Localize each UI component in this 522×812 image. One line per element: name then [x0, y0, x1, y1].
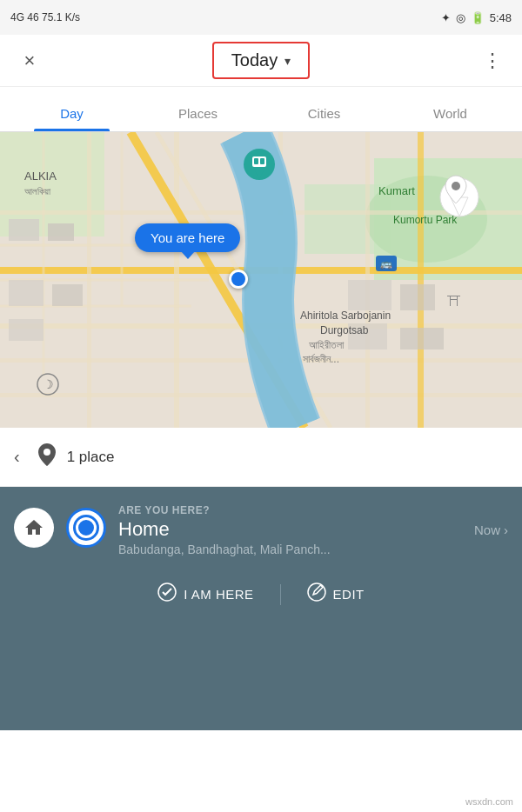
svg-rect-24 [9, 280, 44, 306]
svg-rect-28 [400, 284, 435, 310]
location-details: ARE YOU HERE? Home Now › Babudanga, Band… [118, 504, 508, 556]
location-time: Now › [474, 522, 508, 537]
dropdown-arrow: ▾ [284, 54, 291, 68]
svg-rect-14 [418, 132, 424, 428]
place-count: 1 place [67, 449, 115, 466]
you-are-here-bubble: You are here [135, 223, 240, 252]
today-dropdown[interactable]: Today ▾ [212, 42, 310, 79]
top-bar: × Today ▾ ⋮ [0, 35, 522, 87]
location-name-row: Home Now › [118, 518, 508, 541]
svg-rect-26 [9, 319, 44, 341]
tab-world[interactable]: World [387, 106, 513, 131]
svg-text:Durgotsab: Durgotsab [320, 324, 369, 336]
svg-text:সার্বজনীন...: সার্বজনীন... [303, 353, 339, 365]
status-right: ✦ ◎ 🔋 5:48 [441, 11, 512, 24]
tab-day[interactable]: Day [9, 106, 135, 131]
kumart-pin [444, 174, 468, 202]
pin-icon [37, 443, 57, 472]
map-area[interactable]: ☽ 🚌 ⛩ ALKIA আলকিয়া Kumart Kumortu Park … [0, 132, 522, 428]
back-button[interactable]: ‹ [14, 447, 20, 467]
today-label: Today [231, 50, 278, 70]
time-label: Now [474, 522, 500, 537]
svg-text:আলকিয়া: আলকিয়া [24, 186, 51, 196]
svg-rect-36 [254, 158, 258, 164]
current-location-dot [229, 270, 248, 289]
status-bar: 4G 46 75.1 K/s ✦ ◎ 🔋 5:48 [0, 0, 522, 35]
are-you-here-label: ARE YOU HERE? [118, 504, 508, 516]
time: 5:48 [490, 11, 512, 24]
svg-rect-27 [348, 280, 392, 310]
edit-button[interactable]: EDIT [281, 572, 391, 616]
close-button[interactable]: × [14, 45, 45, 77]
i-am-here-button[interactable]: I AM HERE [131, 572, 279, 616]
svg-point-52 [44, 449, 50, 456]
tab-places[interactable]: Places [135, 106, 261, 131]
svg-text:Kumortu Park: Kumortu Park [393, 214, 458, 226]
watermark: wsxdn.com [465, 796, 513, 807]
more-options-button[interactable]: ⋮ [477, 45, 508, 77]
home-icon [23, 517, 44, 538]
svg-text:🚌: 🚌 [380, 257, 392, 270]
battery-icon: 🔋 [471, 11, 485, 24]
svg-text:আহিরীতলা: আহিরীতলা [309, 339, 345, 351]
svg-rect-30 [400, 328, 444, 349]
home-icon-circle [14, 508, 54, 548]
edit-label: EDIT [333, 587, 365, 602]
svg-text:ALKIA: ALKIA [24, 170, 57, 183]
svg-point-54 [308, 583, 325, 601]
svg-text:Kumart: Kumart [378, 184, 415, 197]
svg-rect-25 [52, 284, 83, 306]
location-address: Babudanga, Bandhaghat, Mali Panch... [118, 542, 508, 556]
svg-point-51 [452, 182, 460, 190]
svg-rect-37 [260, 158, 264, 164]
location-card: ARE YOU HERE? Home Now › Babudanga, Band… [0, 487, 522, 730]
time-arrow: › [504, 522, 508, 537]
network-info: 4G 46 75.1 K/s [10, 11, 80, 23]
svg-rect-23 [48, 223, 74, 241]
location-dot-icon [66, 508, 106, 548]
edit-icon [307, 582, 326, 606]
location-name: Home [118, 518, 170, 541]
location-entry: ARE YOU HERE? Home Now › Babudanga, Band… [14, 504, 508, 556]
info-row: ‹ 1 place [0, 428, 522, 487]
svg-rect-22 [9, 219, 39, 241]
svg-text:⛩: ⛩ [447, 294, 461, 309]
bluetooth-icon: ✦ [441, 11, 451, 24]
tab-cities[interactable]: Cities [261, 106, 387, 131]
tab-bar: Day Places Cities World [0, 87, 522, 132]
svg-text:Ahiritola Sarbojanin: Ahiritola Sarbojanin [300, 309, 391, 322]
status-left: 4G 46 75.1 K/s [10, 11, 80, 23]
check-icon [157, 582, 177, 606]
svg-text:☽: ☽ [43, 377, 54, 391]
i-am-here-label: I AM HERE [184, 587, 253, 602]
location-icon: ◎ [456, 11, 465, 24]
action-buttons: I AM HERE EDIT [14, 572, 508, 616]
